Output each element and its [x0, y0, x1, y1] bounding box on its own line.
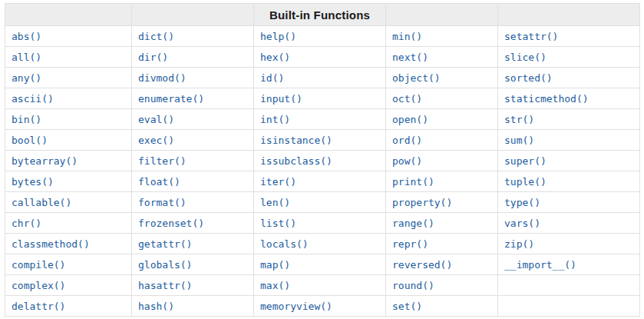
function-cell: locals() — [254, 234, 386, 254]
function-cell: getattr() — [132, 234, 254, 254]
function-link[interactable]: input() — [260, 93, 302, 105]
function-link[interactable]: locals() — [260, 238, 309, 250]
function-cell: max() — [254, 275, 386, 296]
function-link[interactable]: ascii() — [12, 93, 54, 105]
function-link[interactable]: all() — [12, 52, 41, 63]
function-cell: dir() — [132, 47, 254, 68]
function-cell: globals() — [132, 254, 254, 275]
function-link[interactable]: dict() — [138, 31, 174, 42]
function-cell: str() — [498, 109, 640, 130]
function-cell: next() — [386, 47, 498, 68]
function-link[interactable]: eval() — [138, 114, 174, 125]
function-link[interactable]: oct() — [392, 93, 422, 105]
function-link[interactable]: hex() — [260, 52, 290, 63]
function-cell: iter() — [254, 171, 386, 192]
function-link[interactable]: reversed() — [392, 259, 452, 271]
function-cell: hasattr() — [132, 275, 254, 296]
function-link[interactable]: type() — [504, 197, 540, 208]
function-link[interactable]: complex() — [12, 280, 65, 291]
function-link[interactable]: super() — [504, 155, 547, 167]
function-link[interactable]: exec() — [138, 135, 174, 146]
function-link[interactable]: open() — [392, 114, 428, 125]
function-link[interactable]: len() — [260, 197, 290, 208]
function-link[interactable]: ord() — [392, 135, 422, 146]
function-cell: tuple() — [498, 171, 640, 192]
function-cell: oct() — [386, 88, 498, 109]
function-link[interactable]: enumerate() — [138, 93, 204, 105]
function-link[interactable]: repr() — [392, 238, 428, 250]
function-cell: exec() — [132, 130, 254, 151]
function-link[interactable]: object() — [392, 72, 441, 84]
function-link[interactable]: dir() — [138, 52, 168, 63]
function-cell: delattr() — [5, 296, 132, 317]
function-link[interactable]: classmethod() — [12, 238, 90, 250]
function-link[interactable]: frozenset() — [138, 218, 204, 229]
function-link[interactable]: bool() — [12, 135, 48, 146]
function-link[interactable]: iter() — [260, 176, 296, 188]
function-cell: issubclass() — [254, 151, 386, 171]
function-link[interactable]: property() — [392, 197, 452, 208]
table-row: callable()format()len()property()type() — [5, 192, 640, 213]
table-row: bin()eval()int()open()str() — [5, 109, 640, 130]
function-link[interactable]: compile() — [12, 259, 65, 271]
function-link[interactable]: round() — [392, 280, 434, 291]
function-link[interactable]: max() — [260, 280, 290, 291]
function-link[interactable]: chr() — [12, 218, 41, 229]
function-link[interactable]: memoryview() — [260, 301, 332, 312]
function-cell: ord() — [386, 130, 498, 151]
function-link[interactable]: hasattr() — [138, 280, 192, 291]
function-link[interactable]: pow() — [392, 155, 422, 167]
function-cell: list() — [254, 213, 386, 234]
function-link[interactable]: print() — [392, 176, 434, 188]
function-link[interactable]: divmod() — [138, 72, 187, 84]
function-link[interactable]: delattr() — [12, 301, 65, 312]
function-link[interactable]: min() — [392, 31, 422, 42]
function-link[interactable]: sum() — [504, 135, 534, 146]
function-link[interactable]: staticmethod() — [504, 93, 589, 105]
function-link[interactable]: tuple() — [504, 176, 547, 188]
function-link[interactable]: next() — [392, 52, 428, 63]
function-link[interactable]: set() — [392, 301, 422, 312]
function-cell: len() — [254, 192, 386, 213]
function-link[interactable]: filter() — [138, 155, 187, 167]
function-link[interactable]: int() — [260, 114, 290, 125]
function-cell: sum() — [498, 130, 640, 151]
function-link[interactable]: zip() — [504, 238, 534, 250]
function-link[interactable]: str() — [504, 114, 534, 125]
function-cell: hex() — [254, 47, 386, 68]
function-link[interactable]: any() — [12, 72, 41, 84]
function-link[interactable]: hash() — [138, 301, 174, 312]
function-link[interactable]: isinstance() — [260, 135, 332, 146]
header-cell-empty-4 — [386, 4, 498, 26]
function-cell: bytearray() — [5, 151, 132, 171]
function-link[interactable]: bin() — [12, 114, 41, 125]
table-row: bytearray()filter()issubclass()pow()supe… — [5, 151, 640, 171]
function-link[interactable]: id() — [260, 72, 284, 84]
function-link[interactable]: issubclass() — [260, 155, 332, 167]
function-link[interactable]: slice() — [504, 52, 547, 63]
function-link[interactable]: abs() — [12, 31, 41, 42]
function-cell: print() — [386, 171, 498, 192]
function-cell: input() — [254, 88, 386, 109]
function-cell: setattr() — [498, 26, 640, 47]
function-link[interactable]: bytearray() — [12, 155, 78, 167]
function-link[interactable]: float() — [138, 176, 180, 188]
function-link[interactable]: sorted() — [504, 72, 553, 84]
function-cell: reversed() — [386, 254, 498, 275]
table-row: chr()frozenset()list()range()vars() — [5, 213, 640, 234]
function-cell: help() — [254, 26, 386, 47]
function-link[interactable]: getattr() — [138, 238, 192, 250]
function-link[interactable]: globals() — [138, 259, 192, 271]
function-link[interactable]: help() — [260, 31, 296, 42]
function-link[interactable]: setattr() — [504, 31, 558, 42]
function-link[interactable]: bytes() — [12, 176, 54, 188]
function-cell: bool() — [5, 130, 132, 151]
function-link[interactable]: map() — [260, 259, 290, 271]
function-link[interactable]: list() — [260, 218, 296, 229]
function-link[interactable]: format() — [138, 197, 187, 208]
function-link[interactable]: __import__() — [504, 259, 576, 271]
function-link[interactable]: range() — [392, 218, 434, 229]
function-cell: memoryview() — [254, 296, 386, 317]
function-link[interactable]: vars() — [504, 218, 540, 229]
function-link[interactable]: callable() — [12, 197, 71, 208]
